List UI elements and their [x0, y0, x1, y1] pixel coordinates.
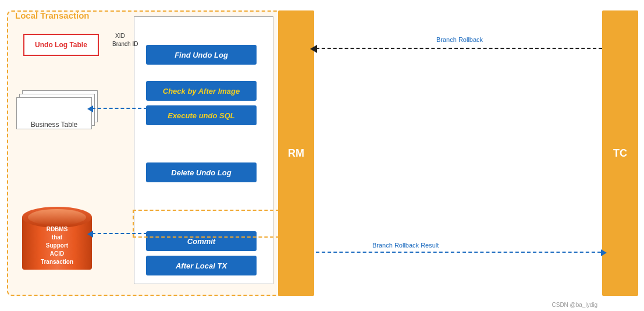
after-local-tx-label: After Local TX — [176, 261, 227, 270]
execute-undo-sql-button: Execute undo SQL — [146, 105, 257, 125]
rm-label: RM — [288, 147, 304, 160]
tc-bar: TC — [602, 10, 638, 296]
after-local-tx-button: After Local TX — [146, 256, 257, 275]
diagram-container: Local Transaction RM TC Find Undo Log Ch… — [0, 0, 644, 311]
local-transaction-label: Local Transaction — [15, 10, 90, 20]
xid-label: XID — [115, 33, 125, 39]
check-by-after-image-button: Check by After Image — [146, 81, 257, 101]
execute-undo-sql-label: Execute undo SQL — [168, 111, 235, 120]
undo-log-table-label: Undo Log Table — [35, 41, 87, 49]
rm-bar: RM — [278, 10, 314, 296]
page-sheet-3: Business Table — [16, 97, 92, 129]
inner-box: Find Undo Log Check by After Image Execu… — [134, 16, 273, 284]
find-undo-log-label: Find Undo Log — [175, 51, 228, 59]
commit-label: Commit — [187, 237, 215, 246]
branch-rollback-result-arrow — [316, 252, 601, 253]
business-table-label: Business Table — [31, 121, 78, 129]
rdbms-label: RDBMSthatSupportACIDTransaction — [22, 225, 92, 266]
exec-to-biz-arrow — [92, 108, 147, 109]
business-table-wrapper: Business Table — [16, 90, 98, 137]
branch-rollback-arrow — [316, 48, 602, 49]
cylinder-top — [22, 207, 92, 228]
branch-rollback-label: Branch Rollback — [436, 36, 483, 43]
commit-dashed-box — [133, 210, 279, 238]
branch-rollback-result-label: Branch Rollback Result — [372, 242, 439, 249]
tc-label: TC — [613, 147, 627, 160]
cylinder-shine — [28, 209, 86, 225]
find-undo-log-button: Find Undo Log — [146, 45, 257, 65]
rdbms-cylinder: RDBMSthatSupportACIDTransaction — [22, 207, 92, 277]
undo-log-table-box: Undo Log Table — [23, 34, 99, 56]
watermark: CSDN @ba_lydig — [552, 302, 597, 308]
delete-undo-log-label: Delete Undo Log — [171, 168, 231, 177]
branch-id-label: Branch ID — [112, 41, 138, 47]
check-by-after-image-label: Check by After Image — [163, 87, 240, 96]
delete-undo-log-button: Delete Undo Log — [146, 162, 257, 182]
commit-to-rdbms-arrow — [92, 233, 147, 234]
